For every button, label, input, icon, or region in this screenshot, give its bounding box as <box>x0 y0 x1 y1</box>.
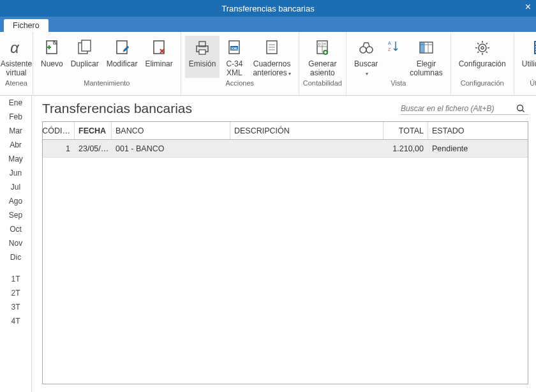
nuevo-button[interactable]: Nuevo <box>37 36 67 78</box>
data-grid[interactable]: CÓDI… FECHA BANCO DESCRIPCIÓN TOTAL ESTA… <box>42 121 528 384</box>
svg-rect-4 <box>117 41 127 54</box>
svg-point-36 <box>517 105 523 110</box>
document-delete-icon <box>148 37 170 59</box>
col-estado[interactable]: ESTADO <box>428 122 528 139</box>
document-new-icon <box>41 37 63 59</box>
vista-caption: Vista <box>391 79 406 88</box>
sidebar-4t[interactable]: 4T <box>0 314 31 328</box>
generar-label: Generar asiento <box>308 60 336 78</box>
sidebar-feb[interactable]: Feb <box>0 110 31 124</box>
search-input[interactable] <box>401 103 516 114</box>
sidebar-2t[interactable]: 2T <box>0 286 31 300</box>
sidebar-3t[interactable]: 3T <box>0 300 31 314</box>
col-banco[interactable]: BANCO <box>112 122 230 139</box>
elegir-columnas-button[interactable]: Elegir columnas <box>406 36 446 78</box>
config-label: Configuración <box>459 60 506 78</box>
col-fecha[interactable]: FECHA <box>75 122 112 139</box>
cell-cod: 1 <box>43 140 75 157</box>
ribbon-group-actions: Emisión XML C-34 XML Cuadernos anteriore… <box>181 32 299 95</box>
contabilidad-caption: Contabilidad <box>303 79 342 88</box>
file-list-icon <box>261 37 283 59</box>
dropdown-caret-icon: ▾ <box>288 71 291 77</box>
sidebar-ago[interactable]: Ago <box>0 194 31 208</box>
print-icon <box>191 37 213 59</box>
utilidades-button[interactable]: Utilidades▾ <box>518 36 536 78</box>
ribbon-group-maintenance: Nuevo Duplicar Modificar Eliminar Manten… <box>33 32 181 95</box>
ribbon-group-config: Configuración Configuración <box>451 32 514 95</box>
alpha-icon: α <box>6 37 27 59</box>
close-icon[interactable]: × <box>525 1 531 13</box>
svg-text:Z: Z <box>388 47 391 52</box>
emision-button[interactable]: Emisión <box>185 36 220 78</box>
duplicar-button[interactable]: Duplicar <box>67 36 103 78</box>
sort-button[interactable]: AZ <box>382 36 406 78</box>
sidebar-oct[interactable]: Oct <box>0 222 31 236</box>
col-cod[interactable]: CÓDI… <box>43 122 75 139</box>
svg-point-24 <box>481 47 484 49</box>
ribbon-group-assistant: α Asistente virtual Atenea <box>0 32 33 95</box>
sidebar-jul[interactable]: Jul <box>0 180 31 194</box>
col-desc[interactable]: DESCRIPCIÓN <box>230 122 383 139</box>
sidebar-mar[interactable]: Mar <box>0 124 31 138</box>
svg-text:XML: XML <box>231 47 239 50</box>
content-area: Ene Feb Mar Abr May Jun Jul Ago Sep Oct … <box>0 96 536 392</box>
sidebar-abr[interactable]: Abr <box>0 138 31 152</box>
document-edit-icon <box>111 37 133 59</box>
buscar-button[interactable]: Buscar▾ <box>350 36 382 78</box>
svg-text:H: H <box>324 42 326 46</box>
search-box[interactable] <box>401 103 528 115</box>
assistant-button[interactable]: α Asistente virtual <box>0 36 36 78</box>
cuadernos-button[interactable]: Cuadernos anteriores▾ <box>249 36 294 78</box>
binoculars-icon <box>355 37 377 59</box>
sidebar-jun[interactable]: Jun <box>0 166 31 180</box>
config-caption: Configuración <box>461 79 504 88</box>
columns-icon <box>415 37 437 59</box>
generar-asiento-button[interactable]: DH Generar asiento <box>304 36 340 78</box>
elegir-label: Elegir columnas <box>410 60 442 78</box>
cell-banco: 001 - BANCO <box>112 140 230 157</box>
cell-fecha: 23/05/… <box>75 140 112 157</box>
modificar-label: Modificar <box>107 60 138 78</box>
tab-strip: Fichero <box>0 17 536 32</box>
eliminar-label: Eliminar <box>145 60 172 78</box>
c34-button[interactable]: XML C-34 XML <box>220 36 249 78</box>
page-title: Transferencias bancarias <box>42 101 192 116</box>
col-total[interactable]: TOTAL <box>383 122 428 139</box>
grid-header: CÓDI… FECHA BANCO DESCRIPCIÓN TOTAL ESTA… <box>43 122 528 140</box>
dropdown-caret-icon: ▾ <box>366 71 368 77</box>
sidebar-dic[interactable]: Dic <box>0 250 31 264</box>
utilidades-label: Utilidades▾ <box>522 60 536 78</box>
modificar-button[interactable]: Modificar <box>103 36 142 78</box>
sidebar-nov[interactable]: Nov <box>0 236 31 250</box>
buscar-label: Buscar▾ <box>354 60 378 78</box>
sidebar-may[interactable]: May <box>0 152 31 166</box>
config-button[interactable]: Configuración <box>455 36 510 78</box>
search-icon[interactable] <box>516 103 528 114</box>
table-row[interactable]: 1 23/05/… 001 - BANCO 1.210,00 Pendiente <box>43 140 528 158</box>
cuadernos-label: Cuadernos anteriores▾ <box>253 60 290 78</box>
maintenance-caption: Mantenimiento <box>84 79 130 88</box>
cell-total: 1.210,00 <box>383 140 428 157</box>
calculator-icon <box>528 37 536 59</box>
month-sidebar: Ene Feb Mar Abr May Jun Jul Ago Sep Oct … <box>0 96 32 392</box>
cell-desc <box>230 140 383 157</box>
ribbon: α Asistente virtual Atenea Nuevo Duplica… <box>0 32 536 96</box>
sidebar-1t[interactable]: 1T <box>0 272 31 286</box>
nuevo-label: Nuevo <box>41 60 63 78</box>
eliminar-button[interactable]: Eliminar <box>141 36 176 78</box>
svg-rect-8 <box>199 50 205 54</box>
svg-rect-22 <box>420 42 424 53</box>
sidebar-ene[interactable]: Ene <box>0 96 31 110</box>
ribbon-group-utiles: Utilidades▾ Útiles <box>514 32 536 95</box>
sidebar-sep[interactable]: Sep <box>0 208 31 222</box>
gear-icon <box>472 37 493 59</box>
svg-rect-3 <box>82 40 91 51</box>
title-bar: Transferencias bancarias × <box>0 0 536 17</box>
document-copy-icon <box>74 37 96 59</box>
duplicar-label: Duplicar <box>71 60 99 78</box>
window-title: Transferencias bancarias <box>221 4 314 13</box>
svg-point-18 <box>366 47 373 53</box>
tab-fichero[interactable]: Fichero <box>4 19 48 32</box>
sort-az-icon: AZ <box>383 37 405 59</box>
c34-label: C-34 XML <box>226 60 242 78</box>
